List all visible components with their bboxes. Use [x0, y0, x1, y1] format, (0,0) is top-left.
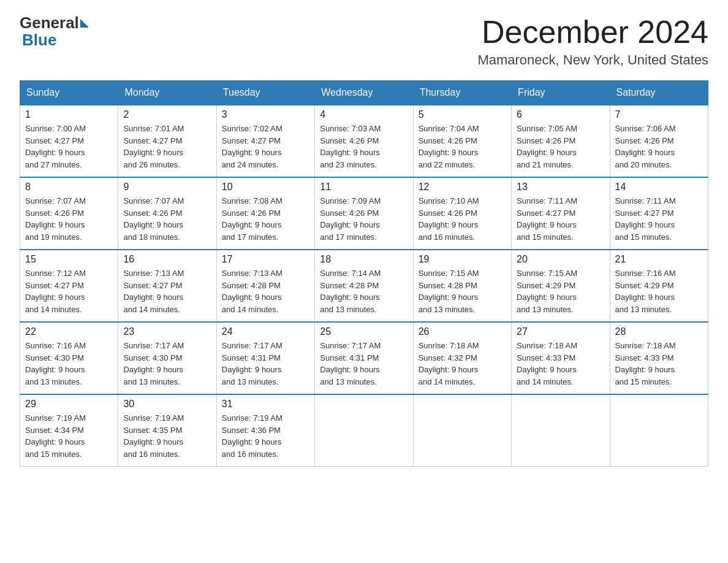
- day-number: 29: [25, 399, 113, 410]
- day-number: 6: [517, 109, 604, 120]
- day-info: Sunrise: 7:18 AMSunset: 4:33 PMDaylight:…: [517, 340, 604, 388]
- day-info: Sunrise: 7:04 AMSunset: 4:26 PMDaylight:…: [419, 123, 506, 170]
- calendar-cell: 12Sunrise: 7:10 AMSunset: 4:26 PMDayligh…: [413, 177, 511, 250]
- calendar-cell: 6Sunrise: 7:05 AMSunset: 4:26 PMDaylight…: [512, 105, 610, 177]
- day-info: Sunrise: 7:06 AMSunset: 4:26 PMDaylight:…: [615, 123, 703, 170]
- day-of-week-header: Tuesday: [216, 81, 314, 105]
- calendar-cell: 9Sunrise: 7:07 AMSunset: 4:26 PMDaylight…: [118, 177, 216, 250]
- calendar-cell: 26Sunrise: 7:18 AMSunset: 4:32 PMDayligh…: [413, 322, 511, 394]
- day-info: Sunrise: 7:15 AMSunset: 4:29 PMDaylight:…: [517, 267, 604, 315]
- calendar-cell: 7Sunrise: 7:06 AMSunset: 4:26 PMDaylight…: [610, 105, 708, 177]
- calendar-cell: 19Sunrise: 7:15 AMSunset: 4:28 PMDayligh…: [413, 250, 511, 322]
- calendar-cell: 31Sunrise: 7:19 AMSunset: 4:36 PMDayligh…: [216, 394, 314, 467]
- day-info: Sunrise: 7:00 AMSunset: 4:27 PMDaylight:…: [25, 123, 113, 170]
- calendar-cell: 17Sunrise: 7:13 AMSunset: 4:28 PMDayligh…: [216, 250, 314, 322]
- day-number: 18: [320, 254, 408, 265]
- location-title: Mamaroneck, New York, United States: [477, 52, 708, 68]
- calendar-cell: 11Sunrise: 7:09 AMSunset: 4:26 PMDayligh…: [315, 177, 413, 250]
- calendar-cell: 14Sunrise: 7:11 AMSunset: 4:27 PMDayligh…: [610, 177, 708, 250]
- day-of-week-header: Friday: [512, 81, 610, 105]
- calendar-cell: 28Sunrise: 7:18 AMSunset: 4:33 PMDayligh…: [610, 322, 708, 394]
- logo-text: General: [20, 15, 89, 31]
- day-info: Sunrise: 7:13 AMSunset: 4:28 PMDaylight:…: [222, 267, 309, 315]
- calendar-cell: 3Sunrise: 7:02 AMSunset: 4:27 PMDaylight…: [216, 105, 314, 177]
- day-number: 19: [419, 254, 506, 265]
- day-info: Sunrise: 7:17 AMSunset: 4:30 PMDaylight:…: [123, 340, 211, 388]
- day-number: 4: [320, 109, 408, 120]
- day-info: Sunrise: 7:03 AMSunset: 4:26 PMDaylight:…: [320, 123, 408, 170]
- logo-general: General: [20, 15, 79, 31]
- calendar-cell: 22Sunrise: 7:16 AMSunset: 4:30 PMDayligh…: [20, 322, 118, 394]
- calendar-cell: 24Sunrise: 7:17 AMSunset: 4:31 PMDayligh…: [216, 322, 314, 394]
- day-number: 10: [222, 182, 309, 193]
- day-info: Sunrise: 7:07 AMSunset: 4:26 PMDaylight:…: [123, 195, 211, 243]
- logo-blue: Blue: [22, 31, 56, 49]
- calendar-cell: [413, 394, 511, 467]
- day-number: 30: [123, 399, 211, 410]
- day-number: 28: [615, 326, 703, 337]
- logo-arrow-icon: [80, 19, 89, 28]
- day-info: Sunrise: 7:19 AMSunset: 4:34 PMDaylight:…: [25, 412, 113, 460]
- calendar-cell: 10Sunrise: 7:08 AMSunset: 4:26 PMDayligh…: [216, 177, 314, 250]
- day-of-week-header: Sunday: [20, 81, 118, 105]
- day-info: Sunrise: 7:16 AMSunset: 4:29 PMDaylight:…: [615, 267, 703, 315]
- calendar-cell: 15Sunrise: 7:12 AMSunset: 4:27 PMDayligh…: [20, 250, 118, 322]
- logo: General Blue: [20, 15, 89, 50]
- day-number: 12: [419, 182, 506, 193]
- day-info: Sunrise: 7:18 AMSunset: 4:32 PMDaylight:…: [419, 340, 506, 388]
- day-info: Sunrise: 7:12 AMSunset: 4:27 PMDaylight:…: [25, 267, 113, 315]
- calendar-cell: 1Sunrise: 7:00 AMSunset: 4:27 PMDaylight…: [20, 105, 118, 177]
- day-info: Sunrise: 7:17 AMSunset: 4:31 PMDaylight:…: [222, 340, 309, 388]
- day-number: 21: [615, 254, 703, 265]
- day-of-week-header: Thursday: [413, 81, 511, 105]
- calendar-cell: 23Sunrise: 7:17 AMSunset: 4:30 PMDayligh…: [118, 322, 216, 394]
- calendar-cell: 30Sunrise: 7:19 AMSunset: 4:35 PMDayligh…: [118, 394, 216, 467]
- calendar-cell: [512, 394, 610, 467]
- calendar-cell: 27Sunrise: 7:18 AMSunset: 4:33 PMDayligh…: [512, 322, 610, 394]
- day-of-week-header: Wednesday: [315, 81, 413, 105]
- week-row: 8Sunrise: 7:07 AMSunset: 4:26 PMDaylight…: [20, 177, 708, 250]
- day-info: Sunrise: 7:19 AMSunset: 4:35 PMDaylight:…: [123, 412, 211, 460]
- calendar-cell: 21Sunrise: 7:16 AMSunset: 4:29 PMDayligh…: [610, 250, 708, 322]
- day-info: Sunrise: 7:15 AMSunset: 4:28 PMDaylight:…: [419, 267, 506, 315]
- day-number: 14: [615, 182, 703, 193]
- calendar-cell: [610, 394, 708, 467]
- day-number: 9: [123, 182, 211, 193]
- title-block: December 2024 Mamaroneck, New York, Unit…: [477, 15, 708, 68]
- week-row: 1Sunrise: 7:00 AMSunset: 4:27 PMDaylight…: [20, 105, 708, 177]
- day-info: Sunrise: 7:09 AMSunset: 4:26 PMDaylight:…: [320, 195, 408, 243]
- week-row: 29Sunrise: 7:19 AMSunset: 4:34 PMDayligh…: [20, 394, 708, 467]
- day-of-week-header: Saturday: [610, 81, 708, 105]
- day-info: Sunrise: 7:18 AMSunset: 4:33 PMDaylight:…: [615, 340, 703, 388]
- day-of-week-header: Monday: [118, 81, 216, 105]
- day-number: 3: [222, 109, 309, 120]
- day-info: Sunrise: 7:02 AMSunset: 4:27 PMDaylight:…: [222, 123, 309, 170]
- week-row: 15Sunrise: 7:12 AMSunset: 4:27 PMDayligh…: [20, 250, 708, 322]
- calendar-cell: 4Sunrise: 7:03 AMSunset: 4:26 PMDaylight…: [315, 105, 413, 177]
- day-number: 11: [320, 182, 408, 193]
- page-header: General Blue December 2024 Mamaroneck, N…: [20, 15, 708, 68]
- calendar-table: SundayMondayTuesdayWednesdayThursdayFrid…: [20, 80, 708, 467]
- day-number: 27: [517, 326, 604, 337]
- month-title: December 2024: [477, 15, 708, 50]
- day-number: 23: [123, 326, 211, 337]
- calendar-header-row: SundayMondayTuesdayWednesdayThursdayFrid…: [20, 81, 708, 105]
- day-number: 16: [123, 254, 211, 265]
- calendar-cell: [315, 394, 413, 467]
- day-number: 1: [25, 109, 113, 120]
- calendar-cell: 13Sunrise: 7:11 AMSunset: 4:27 PMDayligh…: [512, 177, 610, 250]
- day-number: 24: [222, 326, 309, 337]
- day-number: 7: [615, 109, 703, 120]
- calendar-cell: 18Sunrise: 7:14 AMSunset: 4:28 PMDayligh…: [315, 250, 413, 322]
- day-info: Sunrise: 7:11 AMSunset: 4:27 PMDaylight:…: [517, 195, 604, 243]
- calendar-cell: 25Sunrise: 7:17 AMSunset: 4:31 PMDayligh…: [315, 322, 413, 394]
- calendar-cell: 20Sunrise: 7:15 AMSunset: 4:29 PMDayligh…: [512, 250, 610, 322]
- day-info: Sunrise: 7:19 AMSunset: 4:36 PMDaylight:…: [222, 412, 309, 460]
- day-info: Sunrise: 7:07 AMSunset: 4:26 PMDaylight:…: [25, 195, 113, 243]
- calendar-cell: 16Sunrise: 7:13 AMSunset: 4:27 PMDayligh…: [118, 250, 216, 322]
- day-info: Sunrise: 7:08 AMSunset: 4:26 PMDaylight:…: [222, 195, 309, 243]
- day-info: Sunrise: 7:10 AMSunset: 4:26 PMDaylight:…: [419, 195, 506, 243]
- calendar-cell: 29Sunrise: 7:19 AMSunset: 4:34 PMDayligh…: [20, 394, 118, 467]
- day-number: 5: [419, 109, 506, 120]
- day-info: Sunrise: 7:16 AMSunset: 4:30 PMDaylight:…: [25, 340, 113, 388]
